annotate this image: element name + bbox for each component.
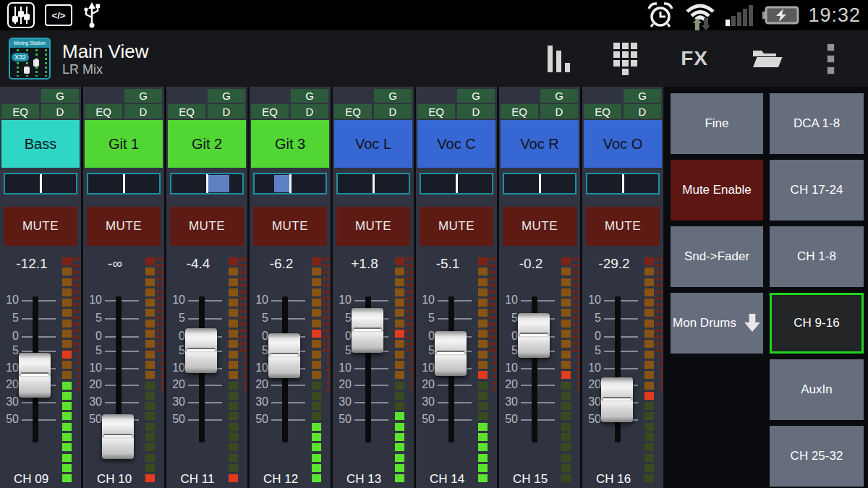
mute-button[interactable]: MUTE (170, 207, 244, 246)
fine-meter-dot (406, 316, 409, 320)
channel-name[interactable]: Voc O (584, 120, 662, 168)
sidebar-button-ch-17-24[interactable]: CH 17-24 (770, 160, 864, 221)
fine-meter-dot (493, 296, 496, 300)
mute-button[interactable]: MUTE (503, 207, 576, 246)
mute-button[interactable]: MUTE (420, 207, 493, 246)
fine-meter-dot (244, 322, 247, 326)
pan-slider[interactable] (87, 173, 161, 194)
fx-button[interactable]: FX (681, 47, 708, 70)
dynamics-indicator[interactable]: D (208, 104, 245, 119)
channel-name[interactable]: Voc C (417, 120, 495, 168)
sidebar-button-auxin[interactable]: AuxIn (770, 359, 864, 420)
fine-meter-dot (660, 322, 663, 326)
fine-meter-dot (576, 290, 579, 294)
fader-knob[interactable] (435, 331, 467, 376)
sidebar-button-dca-1-8[interactable]: DCA 1-8 (770, 93, 864, 154)
eq-indicator[interactable]: EQ (168, 104, 205, 119)
eq-indicator[interactable]: EQ (334, 104, 372, 119)
scale-tick (438, 318, 472, 320)
gate-indicator[interactable]: G (291, 89, 328, 103)
meter-segment (312, 454, 321, 462)
dynamics-indicator[interactable]: D (41, 104, 79, 119)
pan-container (250, 168, 331, 200)
pan-slider[interactable] (503, 173, 576, 194)
dynamics-indicator[interactable]: D (624, 104, 661, 119)
sidebar-button-mon-drums[interactable]: Mon Drums (671, 293, 763, 354)
mute-button[interactable]: MUTE (336, 207, 410, 246)
scenes-button[interactable] (752, 47, 783, 70)
fine-meter-dot (161, 290, 163, 294)
dynamics-indicator[interactable]: D (374, 104, 412, 119)
mute-container: MUTE (0, 200, 81, 254)
channel-name[interactable]: Git 3 (251, 120, 329, 168)
fine-meter-dot (660, 257, 663, 261)
mute-container: MUTE (333, 200, 414, 254)
gate-indicator[interactable]: G (457, 89, 495, 103)
gate-indicator[interactable]: G (41, 89, 79, 103)
sidebar-button-ch-9-16[interactable]: CH 9-16 (770, 293, 864, 354)
pan-slider[interactable] (586, 173, 660, 194)
mute-button[interactable]: MUTE (87, 207, 161, 246)
sidebar-button-snd-fader[interactable]: Snd->Fader (671, 226, 763, 287)
fader-knob[interactable] (352, 308, 383, 353)
fader-knob[interactable] (19, 353, 51, 398)
pan-slider[interactable] (336, 173, 410, 194)
channel-name[interactable]: Git 2 (168, 120, 246, 168)
pan-slider[interactable] (420, 173, 493, 194)
channel-name[interactable]: Voc L (334, 120, 412, 168)
eq-indicator[interactable]: EQ (417, 104, 455, 119)
fine-meter-dot (161, 309, 163, 313)
pan-container (416, 168, 497, 200)
meters-button[interactable] (548, 45, 570, 72)
gate-indicator[interactable]: G (208, 89, 245, 103)
fine-meter-dot (576, 388, 579, 391)
pan-slider[interactable] (253, 173, 327, 194)
fine-meter-dot (576, 348, 579, 352)
meter-segment (478, 454, 488, 462)
sidebar-button-mute-enable[interactable]: Mute Enable (671, 160, 763, 221)
meter-segment (561, 267, 571, 275)
dialpad-button[interactable] (613, 43, 637, 75)
meter-segment (229, 351, 238, 359)
fine-meter-dot (493, 257, 496, 261)
sidebar-button-fine[interactable]: Fine (671, 93, 763, 154)
gate-indicator[interactable]: G (540, 89, 578, 103)
scale-tick (521, 419, 555, 421)
channel-name[interactable]: Voc R (501, 120, 579, 168)
mute-button[interactable]: MUTE (586, 207, 660, 246)
eq-indicator[interactable]: EQ (501, 104, 538, 119)
mute-button[interactable]: MUTE (253, 207, 327, 246)
meter-segment (312, 412, 321, 420)
fader-knob[interactable] (102, 414, 134, 459)
pan-center-marker (373, 174, 375, 193)
gate-indicator[interactable]: G (624, 89, 661, 103)
pan-slider[interactable] (4, 173, 77, 194)
fine-meter-dot (239, 296, 242, 300)
gate-indicator[interactable]: G (374, 89, 412, 103)
dynamics-indicator[interactable]: D (124, 104, 162, 119)
fine-meter-dot (323, 322, 326, 326)
eq-indicator[interactable]: EQ (251, 104, 289, 119)
dynamics-indicator[interactable]: D (457, 104, 495, 119)
channel-name[interactable]: Git 1 (85, 120, 163, 168)
fader-knob[interactable] (268, 333, 300, 378)
fine-meter-dot (572, 283, 575, 287)
dynamics-indicator[interactable]: D (291, 104, 328, 119)
pan-slider[interactable] (170, 173, 244, 194)
eq-indicator[interactable]: EQ (1, 104, 39, 119)
scale-label: 10 (499, 361, 518, 374)
fader-knob[interactable] (185, 328, 217, 373)
fader-knob[interactable] (601, 377, 633, 422)
eq-indicator[interactable]: EQ (584, 104, 621, 119)
scale-label: 5 (582, 312, 601, 325)
overflow-menu-button[interactable] (827, 43, 835, 74)
sidebar-button-ch-1-8[interactable]: CH 1-8 (770, 226, 864, 287)
sidebar-button-ch-25-32[interactable]: CH 25-32 (770, 426, 864, 487)
eq-indicator[interactable]: EQ (85, 104, 122, 119)
gate-indicator[interactable]: G (124, 89, 162, 103)
dynamics-indicator[interactable]: D (540, 104, 578, 119)
mute-button[interactable]: MUTE (4, 207, 77, 246)
fine-meter-dot (239, 270, 242, 274)
fader-knob[interactable] (518, 313, 550, 358)
channel-name[interactable]: Bass (1, 120, 80, 168)
